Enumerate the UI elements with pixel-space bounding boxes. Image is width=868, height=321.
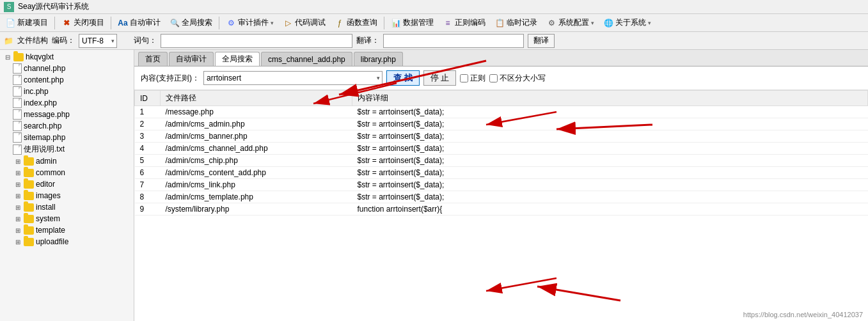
sidebar-item-editor[interactable]: ⊞ editor	[0, 178, 134, 190]
tab-auto-audit-label: 自动审计	[176, 54, 207, 65]
table-row[interactable]: 5/admin/cms_chip.php$str = arrtoinsert($…	[135, 155, 868, 167]
file-icon-channel	[13, 63, 22, 74]
sidebar-item-uploadfile[interactable]: ⊞ uploadfile	[0, 236, 134, 247]
cell-path: /admin/cms_channel_add.php	[161, 143, 352, 155]
data-manage-label: 数据管理	[403, 17, 434, 28]
table-row[interactable]: 1/message.php$str = arrtoinsert($_data);	[135, 106, 868, 118]
file-label-channel: channel.php	[24, 64, 65, 73]
sidebar-item-readme[interactable]: 使用说明.txt	[0, 143, 134, 155]
folder-icon-admin	[24, 157, 34, 166]
sidebar-item-images[interactable]: ⊞ images	[0, 190, 134, 201]
global-search-label: 全局搜索	[182, 17, 212, 28]
sidebar-item-install[interactable]: ⊞ install	[0, 201, 134, 213]
code-debug-icon: ▷	[283, 18, 293, 28]
sidebar-item-message[interactable]: message.php	[0, 109, 134, 120]
folder-icon-system	[24, 215, 34, 223]
tab-home[interactable]: 首页	[138, 52, 168, 66]
sidebar-item-content[interactable]: content.php	[0, 74, 134, 86]
sys-config-button[interactable]: ⚙ 系统配置 ▾	[542, 15, 598, 30]
file-label-index: index.php	[24, 98, 57, 107]
tab-global-search[interactable]: 全局搜索	[215, 52, 260, 66]
about-sys-label: 关于系统	[615, 17, 646, 28]
common-expander-icon: ⊞	[13, 168, 23, 178]
global-search-button[interactable]: 🔍 全局搜索	[166, 15, 216, 30]
app-icon: S	[4, 2, 14, 12]
sidebar-root-item[interactable]: ⊟ hkqvglxt	[0, 51, 134, 63]
folder-icon-editor	[24, 180, 34, 189]
file-icon-sitemap	[13, 132, 22, 143]
sidebar-item-template[interactable]: ⊞ template	[0, 224, 134, 236]
file-structure-icon: 📁	[4, 36, 13, 45]
sidebar-item-inc[interactable]: inc.php	[0, 86, 134, 97]
search-input[interactable]	[203, 71, 383, 85]
admin-expander-icon: ⊞	[13, 156, 23, 166]
cell-path: /admin/cms_content_add.php	[161, 167, 352, 179]
file-icon-search	[13, 121, 22, 131]
regex-encode-icon: ≡	[443, 18, 453, 28]
search-select-wrapper: ▾	[203, 71, 383, 85]
cell-id: 7	[135, 179, 161, 191]
data-manage-button[interactable]: 📊 数据管理	[387, 15, 438, 30]
audit-plugin-button[interactable]: ⚙ 审计插件 ▾	[222, 15, 278, 30]
content-area: 首页 自动审计 全局搜索 cms_channel_add.php library…	[134, 50, 868, 321]
tab-auto-audit[interactable]: 自动审计	[169, 52, 214, 66]
encoding-select[interactable]: UTF-8 GBK	[79, 34, 117, 48]
sidebar-item-search[interactable]: search.php	[0, 120, 134, 132]
code-debug-button[interactable]: ▷ 代码调试	[279, 15, 329, 30]
menu-separator-3	[219, 17, 219, 29]
tab-cms-channel-add[interactable]: cms_channel_add.php	[261, 52, 352, 66]
auto-audit-button[interactable]: Aa 自动审计	[114, 15, 164, 30]
close-project-button[interactable]: ✖ 关闭项目	[58, 15, 108, 30]
sidebar-item-admin[interactable]: ⊞ admin	[0, 155, 134, 167]
file-icon-inc	[13, 86, 22, 97]
temp-record-button[interactable]: 📋 临时记录	[491, 15, 541, 30]
sidebar-item-sitemap[interactable]: sitemap.php	[0, 132, 134, 143]
cell-id: 1	[135, 106, 161, 118]
stop-button[interactable]: 停 止	[423, 70, 457, 86]
audit-plugin-icon: ⚙	[226, 18, 236, 28]
folder-label-common: common	[36, 168, 65, 177]
sys-config-label: 系统配置	[558, 17, 589, 28]
cell-content: $str = arrtoinsert($_data);	[352, 155, 868, 167]
cell-path: /admin/cms_template.php	[161, 191, 352, 203]
col-header-id: ID	[135, 91, 161, 106]
root-expander-icon: ⊟	[3, 52, 13, 62]
table-row[interactable]: 9/system/library.phpfunction arrtoinsert…	[135, 203, 868, 215]
search-bar: 内容(支持正则)： ▾ 查 找 停 止 正则 不区分大小写	[134, 67, 868, 90]
sidebar-item-common[interactable]: ⊞ common	[0, 167, 134, 178]
file-label-sitemap: sitemap.php	[24, 133, 65, 142]
regex-encode-label: 正则编码	[455, 17, 485, 28]
cell-id: 2	[135, 118, 161, 130]
menu-separator-1	[54, 17, 55, 29]
tab-library[interactable]: library.php	[354, 52, 403, 66]
translate-button[interactable]: 翻译	[528, 34, 555, 48]
folder-icon-install	[24, 203, 34, 212]
case-checkbox-label[interactable]: 不区分大小写	[489, 73, 546, 84]
table-header-row: ID 文件路径 内容详细	[135, 91, 868, 106]
sidebar-item-system[interactable]: ⊞ system	[0, 213, 134, 224]
col-header-content: 内容详细	[352, 91, 868, 106]
table-row[interactable]: 2/admin/cms_admin.php$str = arrtoinsert(…	[135, 118, 868, 130]
folder-label-images: images	[36, 191, 61, 200]
regex-checkbox[interactable]	[460, 74, 468, 82]
func-query-button[interactable]: ƒ 函数查询	[331, 15, 381, 30]
cell-content: function arrtoinsert($arr){	[352, 203, 868, 215]
sidebar-item-channel[interactable]: channel.php	[0, 63, 134, 74]
search-button[interactable]: 查 找	[386, 70, 420, 86]
file-label-message: message.php	[24, 110, 70, 119]
table-row[interactable]: 8/admin/cms_template.php$str = arrtoinse…	[135, 191, 868, 203]
regex-encode-button[interactable]: ≡ 正则编码	[439, 15, 489, 30]
new-project-button[interactable]: 📄 新建项目	[1, 15, 52, 30]
table-row[interactable]: 4/admin/cms_channel_add.php$str = arrtoi…	[135, 143, 868, 155]
case-checkbox[interactable]	[489, 74, 498, 82]
translate-input[interactable]	[383, 34, 524, 48]
cell-path: /admin/cms_link.php	[161, 179, 352, 191]
query-input[interactable]	[161, 34, 352, 48]
sidebar-item-index[interactable]: index.php	[0, 97, 134, 109]
about-sys-button[interactable]: 🌐 关于系统 ▾	[599, 15, 655, 30]
regex-checkbox-label[interactable]: 正则	[460, 73, 485, 84]
table-row[interactable]: 3/admin/cms_banner.php$str = arrtoinsert…	[135, 130, 868, 143]
table-row[interactable]: 6/admin/cms_content_add.php$str = arrtoi…	[135, 167, 868, 179]
folder-icon-uploadfile	[24, 238, 34, 246]
table-row[interactable]: 7/admin/cms_link.php$str = arrtoinsert($…	[135, 179, 868, 191]
